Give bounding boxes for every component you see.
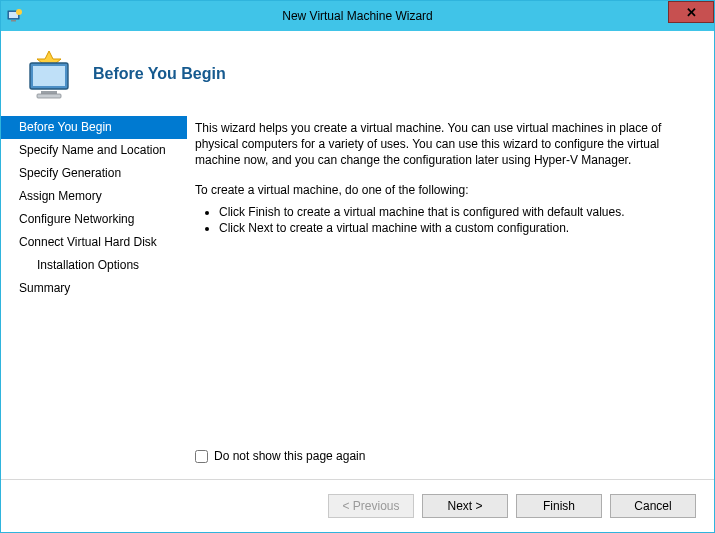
app-icon (7, 8, 23, 24)
step-item[interactable]: Summary (1, 277, 187, 300)
wizard-body: Before You BeginSpecify Name and Locatio… (1, 106, 714, 479)
step-label: Summary (19, 281, 70, 295)
options-list: Click Finish to create a virtual machine… (195, 204, 692, 236)
step-label: Specify Name and Location (19, 143, 166, 157)
step-label: Connect Virtual Hard Disk (19, 235, 157, 249)
close-button[interactable]: ✕ (668, 1, 714, 23)
step-item[interactable]: Assign Memory (1, 185, 187, 208)
step-item[interactable]: Before You Begin (1, 116, 187, 139)
close-icon: ✕ (686, 5, 697, 20)
subhead-text: To create a virtual machine, do one of t… (195, 182, 692, 198)
window-title: New Virtual Machine Wizard (1, 9, 714, 23)
step-item[interactable]: Specify Generation (1, 162, 187, 185)
step-item[interactable]: Installation Options (1, 254, 187, 277)
step-label: Assign Memory (19, 189, 102, 203)
previous-button: < Previous (328, 494, 414, 518)
svg-rect-6 (33, 66, 65, 86)
step-item[interactable]: Connect Virtual Hard Disk (1, 231, 187, 254)
next-button[interactable]: Next > (422, 494, 508, 518)
finish-button[interactable]: Finish (516, 494, 602, 518)
step-label: Before You Begin (19, 120, 112, 134)
wizard-window: New Virtual Machine Wizard ✕ Before You … (0, 0, 715, 533)
cancel-button[interactable]: Cancel (610, 494, 696, 518)
step-label: Specify Generation (19, 166, 121, 180)
step-item[interactable]: Specify Name and Location (1, 139, 187, 162)
step-sidebar: Before You BeginSpecify Name and Locatio… (1, 106, 187, 479)
step-label: Installation Options (37, 258, 139, 272)
list-item: Click Finish to create a virtual machine… (219, 204, 692, 220)
dont-show-again-label: Do not show this page again (214, 449, 365, 463)
dont-show-again-checkbox[interactable] (195, 450, 208, 463)
svg-point-3 (16, 9, 22, 15)
intro-text: This wizard helps you create a virtual m… (195, 120, 692, 168)
svg-rect-8 (37, 94, 61, 98)
main-content: This wizard helps you create a virtual m… (187, 106, 714, 479)
step-label: Configure Networking (19, 212, 134, 226)
svg-rect-2 (11, 20, 16, 22)
step-item[interactable]: Configure Networking (1, 208, 187, 231)
dont-show-again-row[interactable]: Do not show this page again (195, 449, 692, 463)
svg-rect-7 (41, 91, 57, 94)
titlebar: New Virtual Machine Wizard ✕ (1, 1, 714, 31)
list-item: Click Next to create a virtual machine w… (219, 220, 692, 236)
wizard-header: Before You Begin (1, 31, 714, 106)
vm-monitor-icon (21, 47, 75, 101)
page-title: Before You Begin (93, 65, 226, 83)
wizard-footer: < Previous Next > Finish Cancel (1, 479, 714, 532)
